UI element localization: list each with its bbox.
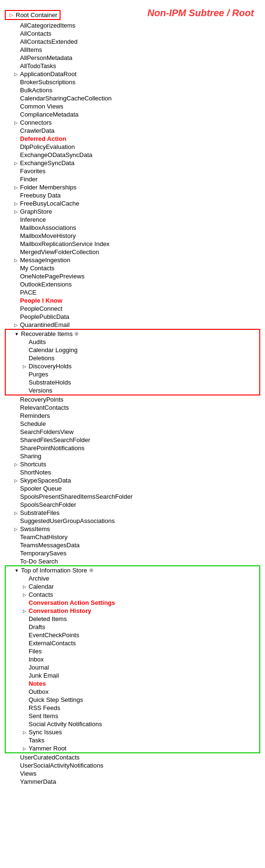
tree-item[interactable]: ▷Contacts	[6, 591, 259, 599]
tree-item[interactable]: ▷To-Do Search	[5, 557, 260, 565]
tree-item[interactable]: ▷MailboxAssociations	[5, 224, 260, 232]
tree-item[interactable]: ▷PeopleConnect	[5, 305, 260, 313]
expand-icon[interactable]: ▷	[21, 608, 28, 614]
tree-item[interactable]: ▷MailboxReplicationService Index	[5, 240, 260, 248]
expand-icon[interactable]: ▼	[13, 567, 20, 574]
tree-item[interactable]: ▷Purges	[6, 370, 259, 378]
tree-item[interactable]: ▷AllTodoTasks	[5, 62, 260, 70]
tree-item[interactable]: ▷Shortcuts	[5, 460, 260, 468]
tree-item[interactable]: ▷MailboxMoveHistory	[5, 232, 260, 240]
tree-item[interactable]: ▷TeamsMessagesData	[5, 541, 260, 549]
tree-item[interactable]: ▷FreeBusyLocalCache	[5, 199, 260, 207]
tree-item[interactable]: ▷ExchangeODataSyncData	[5, 151, 260, 159]
tree-item[interactable]: ▷RecoveryPoints	[5, 395, 260, 404]
tree-item[interactable]: ▷QuarantinedEmail	[5, 321, 260, 329]
expand-icon[interactable]: ▷	[21, 363, 28, 370]
tree-item[interactable]: ▷AllContactsExtended	[5, 38, 260, 46]
tree-item[interactable]: ▷Connectors	[5, 118, 260, 127]
tree-item[interactable]: ▷SkypeSpacesData	[5, 476, 260, 484]
tree-item[interactable]: ▷SpoolsSearchFolder	[5, 501, 260, 509]
expand-icon[interactable]: ▼	[13, 331, 20, 337]
tree-item[interactable]: ▷YammerData	[5, 778, 260, 786]
tree-item[interactable]: ▷Files	[6, 647, 259, 655]
tree-item[interactable]: ▷Common Views	[5, 102, 260, 110]
expand-icon[interactable]: ▷	[12, 477, 19, 484]
tree-item[interactable]: ▷Yammer Root	[6, 744, 259, 752]
tree-item[interactable]: ▷Sharing	[5, 452, 260, 460]
tree-item[interactable]: ▷Folder Memberships	[5, 183, 260, 191]
tree-item[interactable]: ▷Deferred Action	[5, 135, 260, 143]
tree-item[interactable]: ▷MergedViewFolderCollection	[5, 248, 260, 256]
tree-item[interactable]: ▷Spooler Queue	[5, 484, 260, 493]
tree-item[interactable]: ▷Outbox	[6, 688, 259, 696]
tree-item[interactable]: ▷Reminders	[5, 412, 260, 420]
tree-item[interactable]: ▷EventCheckPoints	[6, 631, 259, 639]
tree-item[interactable]: ▷OneNotePagePreviews	[5, 272, 260, 280]
tree-item[interactable]: ▷Archive	[6, 574, 259, 582]
tree-item[interactable]: ▷TeamChatHistory	[5, 533, 260, 541]
tree-item[interactable]: ▷DlpPolicyEvaluation	[5, 143, 260, 151]
tree-item[interactable]: ▷Deleted Items	[6, 615, 259, 623]
tree-item[interactable]: ▷AllItems	[5, 46, 260, 54]
root-expand-icon[interactable]: ▷	[8, 12, 15, 19]
tree-item[interactable]: ▷Calendar	[6, 582, 259, 591]
expand-icon[interactable]: ▷	[12, 461, 19, 468]
tree-item[interactable]: ▷PACE	[5, 288, 260, 296]
tree-item[interactable]: ▷BrokerSubscriptions	[5, 78, 260, 86]
expand-icon[interactable]: ▷	[12, 208, 19, 215]
tree-item[interactable]: ▷CalendarSharingCacheCollection	[5, 94, 260, 102]
expand-icon[interactable]: ▷	[12, 322, 19, 328]
tree-item[interactable]: ▷DiscoveryHolds	[6, 362, 259, 370]
tree-item[interactable]: ▷Schedule	[5, 420, 260, 428]
tree-item[interactable]: ▷SharePointNotifications	[5, 444, 260, 452]
tree-item[interactable]: ▷SuggestedUserGroupAssociations	[5, 517, 260, 525]
tree-item[interactable]: ▷Versions	[6, 386, 259, 395]
expand-icon[interactable]: ▷	[12, 526, 19, 533]
tree-item[interactable]: ▷CrawlerData	[5, 127, 260, 135]
tree-item[interactable]: ▼Top of Information Store⊕	[6, 566, 259, 574]
tree-item[interactable]: ▷Social Activity Notifications	[6, 720, 259, 728]
tree-item[interactable]: ▷SpoolsPresentSharedItemsSearchFolder	[5, 493, 260, 501]
tree-item[interactable]: ▷Junk Email	[6, 671, 259, 680]
tree-item[interactable]: ▷Journal	[6, 663, 259, 671]
tree-item[interactable]: ▷Deletions	[6, 354, 259, 362]
tree-item[interactable]: ▼Recoverable Items⊕	[6, 330, 259, 338]
tree-item[interactable]: ▷Notes	[6, 680, 259, 688]
expand-icon[interactable]: ▷	[12, 510, 19, 516]
tree-item[interactable]: ▷UserSocialActivityNotifications	[5, 761, 260, 769]
expand-icon[interactable]: ▷	[12, 257, 19, 264]
expand-icon[interactable]: ▷	[12, 119, 19, 126]
tree-item[interactable]: ▷MessageIngestion	[5, 256, 260, 264]
tree-item[interactable]: ▷Freebusy Data	[5, 191, 260, 199]
tree-item[interactable]: ▷Views	[5, 769, 260, 778]
tree-item[interactable]: ▷BulkActions	[5, 86, 260, 94]
expand-icon[interactable]: ▷	[12, 184, 19, 191]
expand-icon[interactable]: ▷	[21, 592, 28, 598]
expand-icon[interactable]: ▷	[21, 583, 28, 590]
tree-item[interactable]: ▷OutlookExtensions	[5, 280, 260, 288]
tree-item[interactable]: ▷RSS Feeds	[6, 704, 259, 712]
tree-item[interactable]: ▷Quick Step Settings	[6, 696, 259, 704]
tree-item[interactable]: ▷Drafts	[6, 623, 259, 631]
tree-item[interactable]: ▷My Contacts	[5, 264, 260, 272]
tree-item[interactable]: ▷SwssItems	[5, 525, 260, 533]
tree-item[interactable]: ▷Favorites	[5, 167, 260, 175]
tree-item[interactable]: ▷Inference	[5, 216, 260, 224]
tree-item[interactable]: ▷ExchangeSyncData	[5, 159, 260, 167]
tree-item[interactable]: ▷Inbox	[6, 655, 259, 663]
tree-item[interactable]: ▷SearchFoldersView	[5, 428, 260, 436]
tree-item[interactable]: ▷RelevantContacts	[5, 404, 260, 412]
tree-item[interactable]: ▷ComplianceMetadata	[5, 110, 260, 118]
tree-item[interactable]: ▷Audits	[6, 338, 259, 346]
tree-item[interactable]: ▷Conversation History	[6, 607, 259, 615]
tree-item[interactable]: ▷UserCuratedContacts	[5, 753, 260, 761]
tree-item[interactable]: ▷AllCategorizedItems	[5, 21, 260, 30]
tree-item[interactable]: ▷ExternalContacts	[6, 639, 259, 647]
tree-item[interactable]: ▷Conversation Action Settings	[6, 599, 259, 607]
tree-item[interactable]: ▷PeoplePublicData	[5, 313, 260, 321]
tree-item[interactable]: ▷SharedFilesSearchFolder	[5, 436, 260, 444]
tree-item[interactable]: ▷Finder	[5, 175, 260, 183]
tree-item[interactable]: ▷TemporarySaves	[5, 549, 260, 557]
tree-item[interactable]: ▷AllContacts	[5, 30, 260, 38]
tree-item[interactable]: ▷SubstrateFiles	[5, 509, 260, 517]
